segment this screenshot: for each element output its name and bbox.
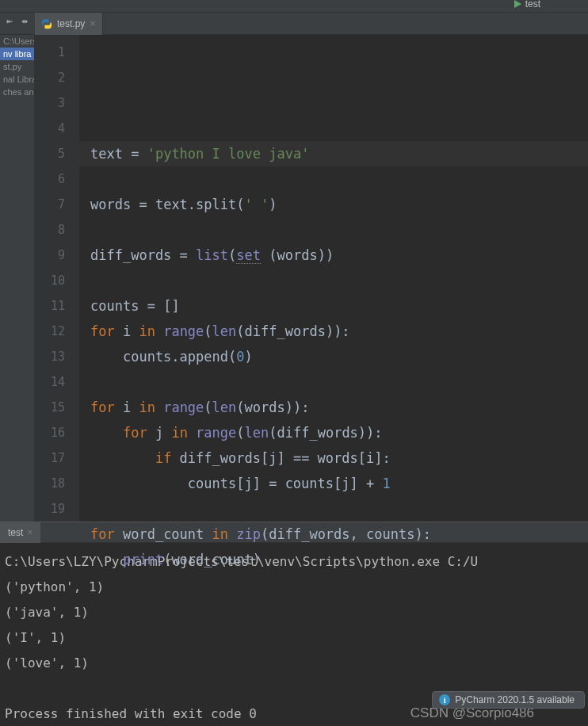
line-number: 17 (40, 445, 65, 471)
code-line[interactable]: diff_words = list(set (words)) (90, 243, 588, 268)
line-number: 8 (40, 217, 65, 243)
code-line[interactable]: print(word_count) (90, 547, 588, 572)
editor-tab-test-py[interactable]: test.py × (35, 13, 103, 35)
line-number: 9 (40, 243, 65, 268)
editor-tab-bar: ⇤ ⇹ test.py × (0, 13, 588, 35)
code-line[interactable]: words = text.split(' ') (90, 192, 588, 217)
line-number: 12 (40, 319, 65, 344)
line-number: 7 (40, 192, 65, 217)
code-line[interactable] (90, 217, 588, 243)
sidebar-item[interactable]: C:\Users (0, 35, 34, 48)
line-number: 6 (40, 166, 65, 192)
update-notification[interactable]: i PyCharm 2020.1.5 available (432, 691, 585, 709)
settings-icon[interactable]: ⇹ (18, 14, 32, 28)
line-number: 5 (40, 141, 65, 166)
project-sidebar[interactable]: C:\Users nv libra st.py nal Librar ches … (0, 35, 35, 522)
code-line[interactable] (90, 166, 588, 192)
sidebar-item[interactable]: nal Librar (0, 73, 34, 86)
line-number: 3 (40, 90, 65, 116)
line-number: 11 (40, 293, 65, 319)
code-line[interactable] (90, 369, 588, 395)
line-number: 15 (40, 395, 65, 420)
main-area: C:\Users nv libra st.py nal Librar ches … (0, 35, 588, 522)
tab-label: test.py (57, 18, 85, 29)
run-tab-label: test (8, 527, 23, 538)
line-number: 14 (40, 369, 65, 395)
line-number: 16 (40, 420, 65, 445)
collapse-icon[interactable]: ⇤ (3, 14, 17, 28)
run-config-selector[interactable]: test (514, 0, 540, 10)
code-line[interactable]: for word_count in zip(diff_words, counts… (90, 522, 588, 547)
line-number: 13 (40, 344, 65, 369)
line-number: 10 (40, 268, 65, 293)
sidebar-item[interactable]: st.py (0, 60, 34, 73)
code-line[interactable]: if diff_words[j] == words[i]: (90, 445, 588, 471)
project-toolbar: ⇤ ⇹ (3, 14, 32, 28)
line-number: 2 (40, 65, 65, 90)
code-line[interactable]: counts[j] = counts[j] + 1 (90, 471, 588, 496)
line-number: 18 (40, 471, 65, 496)
code-line[interactable] (90, 496, 588, 522)
line-number-gutter: 12345678910111213141516171819 (35, 35, 79, 522)
code-line[interactable]: text = 'python I love java' (90, 141, 588, 166)
sidebar-item[interactable]: nv libra (0, 48, 34, 60)
line-number: 1 (40, 40, 65, 65)
line-number: 4 (40, 116, 65, 141)
code-line[interactable] (90, 572, 588, 598)
close-icon[interactable]: × (27, 527, 32, 538)
close-icon[interactable]: × (90, 17, 96, 29)
code-line[interactable]: for i in range(len(words)): (90, 395, 588, 420)
notification-text: PyCharm 2020.1.5 available (455, 694, 575, 705)
window-top-strip: test (0, 0, 588, 13)
play-icon (514, 0, 522, 8)
python-file-icon (41, 18, 52, 29)
sidebar-item[interactable]: ches an (0, 86, 34, 98)
editor[interactable]: 12345678910111213141516171819 text = 'py… (35, 35, 588, 522)
line-number: 19 (40, 496, 65, 522)
run-tab-test[interactable]: test × (0, 522, 40, 543)
info-icon: i (439, 694, 450, 705)
code-area[interactable]: text = 'python I love java' words = text… (79, 35, 588, 522)
code-line[interactable]: counts.append(0) (90, 344, 588, 369)
code-line[interactable]: counts = [] (90, 293, 588, 319)
code-line[interactable]: for j in range(len(diff_words)): (90, 420, 588, 445)
code-line[interactable] (90, 268, 588, 293)
run-config-name: test (525, 0, 540, 10)
code-line[interactable]: for i in range(len(diff_words)): (90, 319, 588, 344)
code-line[interactable] (90, 116, 588, 141)
